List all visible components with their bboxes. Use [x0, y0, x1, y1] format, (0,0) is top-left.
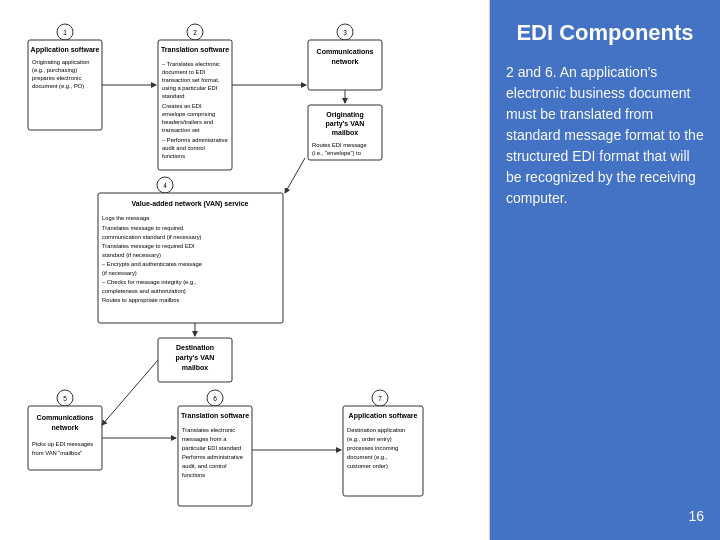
svg-text:transaction set format,: transaction set format,	[162, 77, 220, 83]
svg-text:Logs the message: Logs the message	[102, 215, 149, 221]
svg-text:Communications: Communications	[37, 414, 94, 421]
svg-text:customer order): customer order)	[347, 463, 388, 469]
svg-text:3: 3	[343, 29, 347, 36]
svg-text:6: 6	[213, 395, 217, 402]
svg-text:messages from a: messages from a	[182, 436, 227, 442]
svg-text:Originating application: Originating application	[32, 59, 89, 65]
svg-text:Translation software: Translation software	[181, 412, 249, 419]
svg-text:(e.g., order entry): (e.g., order entry)	[347, 436, 392, 442]
box4: 4 Value-added network (VAN) service Logs…	[98, 177, 283, 323]
box3: 3 Communications network	[308, 24, 382, 90]
svg-text:Application software: Application software	[31, 46, 100, 54]
svg-text:document to EDI: document to EDI	[162, 69, 206, 75]
svg-rect-40	[98, 193, 283, 323]
box-van-dest: Destination party's VAN mailbox	[158, 338, 232, 382]
svg-text:using a particular EDI: using a particular EDI	[162, 85, 218, 91]
panel-title: EDI Components	[506, 20, 704, 46]
box6: 6 Translation software Translates electr…	[178, 390, 252, 506]
panel-description: 2 and 6. An application's electronic bus…	[506, 62, 704, 498]
svg-text:Performs administrative: Performs administrative	[182, 454, 243, 460]
svg-text:2: 2	[193, 29, 197, 36]
svg-text:Value-added network (VAN) serv: Value-added network (VAN) service	[132, 200, 249, 208]
svg-text:(e.g., purchasing): (e.g., purchasing)	[32, 67, 77, 73]
svg-text:completeness and authorization: completeness and authorization)	[102, 288, 186, 294]
svg-text:from VAN "mailbox": from VAN "mailbox"	[32, 450, 82, 456]
svg-text:Picks up EDI messages: Picks up EDI messages	[32, 441, 93, 447]
svg-text:Translation software: Translation software	[161, 46, 229, 53]
svg-text:4: 4	[163, 182, 167, 189]
svg-line-56	[285, 158, 305, 193]
svg-text:particular EDI standard: particular EDI standard	[182, 445, 241, 451]
svg-text:party's VAN: party's VAN	[326, 120, 365, 128]
svg-text:Application software: Application software	[349, 412, 418, 420]
svg-text:Translates message to required: Translates message to required EDI	[102, 243, 195, 249]
svg-text:(if necessary): (if necessary)	[102, 270, 137, 276]
svg-text:Creates an EDI: Creates an EDI	[162, 103, 202, 109]
box-van-top: Originating party's VAN mailbox Routes E…	[308, 105, 382, 160]
svg-text:5: 5	[63, 395, 67, 402]
svg-text:Routes EDI message: Routes EDI message	[312, 142, 367, 148]
svg-text:audit, and control: audit, and control	[182, 463, 226, 469]
svg-line-84	[102, 360, 158, 425]
svg-text:Destination application: Destination application	[347, 427, 405, 433]
box2: 2 Translation software – Translates elec…	[158, 24, 232, 170]
svg-text:network: network	[332, 58, 359, 65]
svg-text:document (e.g.,: document (e.g.,	[347, 454, 388, 460]
svg-text:Destination: Destination	[176, 344, 214, 351]
svg-text:Translates message to required: Translates message to required	[102, 225, 183, 231]
svg-text:– Encrypts and authenticates m: – Encrypts and authenticates message	[102, 261, 202, 267]
svg-text:processes incoming: processes incoming	[347, 445, 398, 451]
svg-text:(i.e., "envelope") to: (i.e., "envelope") to	[312, 150, 361, 156]
svg-text:transaction set: transaction set	[162, 127, 200, 133]
diagram-panel: 1 Application software Originating appli…	[0, 0, 490, 540]
svg-rect-77	[343, 406, 423, 496]
box7: 7 Application software Destination appli…	[343, 390, 423, 496]
svg-text:– Translates electronic: – Translates electronic	[162, 61, 220, 67]
svg-text:document (e.g., PO): document (e.g., PO)	[32, 83, 84, 89]
svg-text:7: 7	[378, 395, 382, 402]
svg-text:Routes to appropriate mailbox: Routes to appropriate mailbox	[102, 297, 179, 303]
svg-text:Translates electronic: Translates electronic	[182, 427, 235, 433]
svg-text:functions: functions	[182, 472, 205, 478]
page-number: 16	[506, 508, 704, 524]
svg-text:1: 1	[63, 29, 67, 36]
box1: 1 Application software Originating appli…	[28, 24, 102, 130]
svg-text:prepares electronic: prepares electronic	[32, 75, 81, 81]
svg-text:Originating: Originating	[326, 111, 363, 119]
svg-text:party's VAN: party's VAN	[176, 354, 215, 362]
svg-text:standard: standard	[162, 93, 185, 99]
svg-text:communication standard (if nec: communication standard (if necessary)	[102, 234, 202, 240]
svg-text:network: network	[52, 424, 79, 431]
svg-text:– Performs administrative: – Performs administrative	[162, 137, 228, 143]
box5: 5 Communications network Picks up EDI me…	[28, 390, 102, 470]
svg-text:headers/trailers and: headers/trailers and	[162, 119, 213, 125]
svg-text:envelope comprising: envelope comprising	[162, 111, 215, 117]
svg-text:mailbox: mailbox	[182, 364, 209, 371]
text-panel: EDI Components 2 and 6. An application's…	[490, 0, 720, 540]
svg-text:functions: functions	[162, 153, 185, 159]
svg-text:audit and control: audit and control	[162, 145, 205, 151]
svg-text:standard (if necessary): standard (if necessary)	[102, 252, 161, 258]
svg-text:mailbox: mailbox	[332, 129, 359, 136]
svg-text:– Checks for message integrity: – Checks for message integrity (e.g.,	[102, 279, 197, 285]
svg-text:Communications: Communications	[317, 48, 374, 55]
